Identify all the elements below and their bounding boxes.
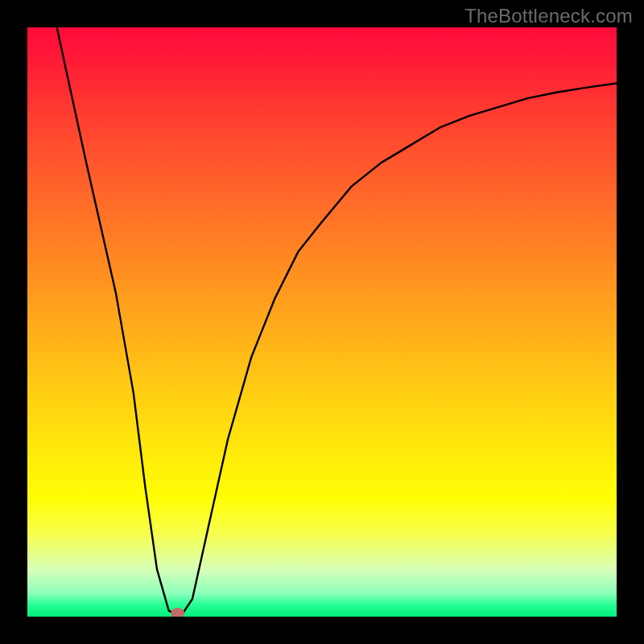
watermark-text: TheBottleneck.com: [464, 5, 633, 27]
plot-area: [27, 27, 617, 617]
optimal-marker: [171, 608, 184, 617]
bottleneck-curve: [57, 27, 617, 617]
curve-layer: [27, 27, 617, 617]
chart-frame: TheBottleneck.com: [0, 0, 644, 644]
